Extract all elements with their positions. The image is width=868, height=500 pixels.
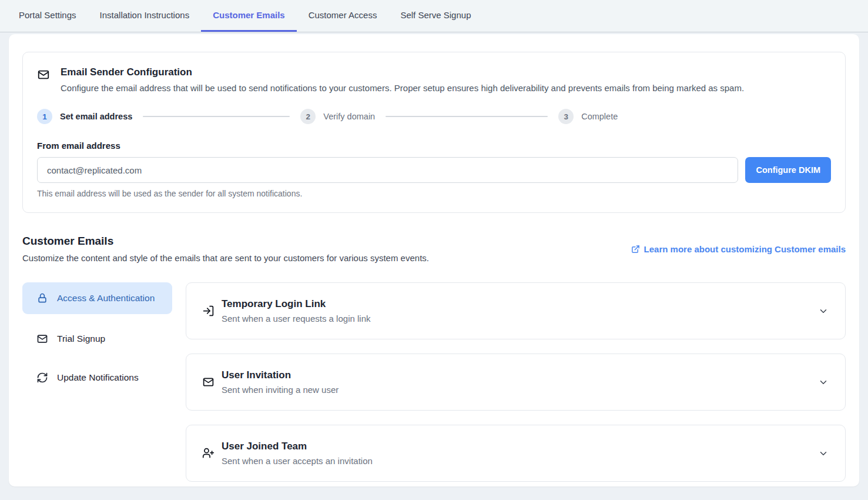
email-card-user-invitation[interactable]: User Invitation Sent when inviting a new… — [186, 354, 846, 411]
email-template-list: Temporary Login Link Sent when a user re… — [186, 282, 846, 482]
email-card-title: User Joined Team — [222, 441, 373, 452]
chevron-down-icon[interactable] — [818, 306, 829, 316]
email-card-subtitle: Sent when a user requests a login link — [222, 314, 370, 324]
learn-more-link[interactable]: Learn more about customizing Customer em… — [631, 244, 846, 254]
config-card-title: Email Sender Configuration — [61, 66, 744, 78]
customer-emails-section-header: Customer Emails Customize the content an… — [22, 235, 846, 263]
step-number-badge: 3 — [558, 109, 574, 124]
user-plus-icon — [202, 447, 215, 459]
step-complete: 3 Complete — [558, 109, 618, 124]
mail-icon — [37, 68, 50, 93]
mail-icon — [202, 376, 215, 388]
settings-tab-bar: Portal Settings Installation Instruction… — [0, 0, 868, 32]
customer-emails-content: Access & Authentication Trial Signup Upd… — [22, 282, 846, 482]
login-icon — [202, 305, 215, 317]
section-description: Customize the content and style of the e… — [22, 253, 429, 263]
from-email-label: From email address — [37, 141, 831, 151]
email-setup-stepper: 1 Set email address 2 Verify domain 3 Co… — [37, 109, 831, 124]
step-label: Verify domain — [323, 112, 375, 121]
tab-self-serve-signup[interactable]: Self Serve Signup — [388, 0, 482, 32]
config-card-text: Email Sender Configuration Configure the… — [61, 66, 744, 93]
step-set-email-address: 1 Set email address — [37, 109, 132, 124]
email-card-text: Temporary Login Link Sent when a user re… — [222, 298, 370, 324]
email-card-subtitle: Sent when inviting a new user — [222, 385, 339, 395]
mail-icon — [36, 333, 48, 345]
refresh-icon — [36, 372, 48, 384]
step-number-badge: 1 — [37, 109, 52, 124]
sidebar-item-label: Update Notifications — [57, 371, 139, 385]
email-card-title: Temporary Login Link — [222, 298, 370, 310]
chevron-down-icon[interactable] — [818, 448, 829, 459]
sidebar-item-trial-signup[interactable]: Trial Signup — [22, 325, 172, 353]
sidebar-item-label: Trial Signup — [57, 332, 105, 346]
learn-more-label: Learn more about customizing Customer em… — [644, 244, 846, 254]
config-card-description: Configure the email address that will be… — [61, 83, 744, 93]
external-link-icon — [631, 245, 640, 254]
section-title: Customer Emails — [22, 235, 429, 248]
from-email-row: Configure DKIM — [37, 157, 831, 183]
tab-customer-emails[interactable]: Customer Emails — [201, 0, 297, 32]
customer-emails-panel: Email Sender Configuration Configure the… — [9, 34, 859, 486]
from-email-helper-text: This email address will be used as the s… — [37, 189, 831, 198]
email-category-sidebar: Access & Authentication Trial Signup Upd… — [22, 282, 172, 392]
tab-installation-instructions[interactable]: Installation Instructions — [88, 0, 202, 32]
email-card-text: User Invitation Sent when inviting a new… — [222, 369, 339, 395]
stepper-connector-line — [386, 116, 548, 117]
stepper-connector-line — [143, 116, 290, 117]
tab-customer-access[interactable]: Customer Access — [297, 0, 389, 32]
step-verify-domain: 2 Verify domain — [300, 109, 375, 124]
email-sender-configuration-card: Email Sender Configuration Configure the… — [22, 52, 846, 213]
tab-portal-settings[interactable]: Portal Settings — [7, 0, 88, 32]
step-label: Complete — [581, 112, 618, 121]
step-label: Set email address — [60, 112, 132, 121]
configure-dkim-button[interactable]: Configure DKIM — [745, 157, 831, 183]
sidebar-item-update-notifications[interactable]: Update Notifications — [22, 364, 172, 392]
sidebar-item-access-authentication[interactable]: Access & Authentication — [22, 282, 172, 314]
email-card-subtitle: Sent when a user accepts an invitation — [222, 456, 373, 466]
email-card-temporary-login-link[interactable]: Temporary Login Link Sent when a user re… — [186, 282, 846, 339]
email-card-user-joined-team[interactable]: User Joined Team Sent when a user accept… — [186, 425, 846, 482]
email-card-text: User Joined Team Sent when a user accept… — [222, 441, 373, 466]
lock-icon — [36, 292, 48, 304]
config-card-header: Email Sender Configuration Configure the… — [37, 66, 831, 93]
step-number-badge: 2 — [300, 109, 316, 124]
email-card-title: User Invitation — [222, 369, 339, 381]
from-email-input[interactable] — [37, 157, 738, 183]
sidebar-item-label: Access & Authentication — [57, 291, 155, 305]
chevron-down-icon[interactable] — [818, 377, 829, 388]
section-title-block: Customer Emails Customize the content an… — [22, 235, 429, 263]
